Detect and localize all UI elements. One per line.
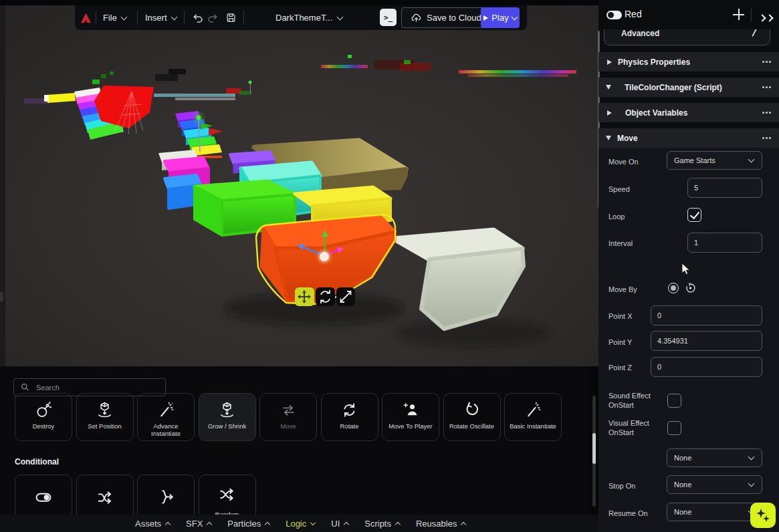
move-on-value: Game Starts <box>674 156 715 164</box>
divider <box>184 11 185 25</box>
branch-icon <box>95 481 115 513</box>
conditional-tile-branch[interactable] <box>76 475 134 515</box>
point-y-input[interactable]: 4.354931 <box>651 331 762 351</box>
rotate-tool-button <box>316 287 335 306</box>
conditional-section-header: Conditional <box>15 457 59 467</box>
loop-checkbox[interactable] <box>687 208 701 222</box>
rotate-oscillate-icon <box>463 400 481 420</box>
section-move[interactable]: Move <box>598 128 779 148</box>
palette-scrollbar-thumb[interactable] <box>592 433 596 464</box>
stop-on-dropdown[interactable]: None <box>667 475 762 494</box>
ai-assistant-button[interactable] <box>750 503 776 528</box>
section-label: Move <box>617 134 638 143</box>
dock-item-assets[interactable]: Assets <box>135 519 170 529</box>
add-component-button[interactable] <box>733 9 744 20</box>
section-label: TileColorChanger (Script) <box>625 83 722 92</box>
dock-label: Logic <box>286 519 306 529</box>
save-to-cloud-button[interactable]: Save to Cloud <box>401 7 491 28</box>
section-label: Physics Properties <box>618 57 690 67</box>
tile-label: Set Position <box>86 422 124 430</box>
toggle-icon <box>33 481 53 513</box>
move-section-content: Move On Game Starts Speed 5 Loop Interva… <box>598 148 779 532</box>
dock-item-ui[interactable]: UI <box>331 519 348 529</box>
chevron-down-icon <box>171 13 177 20</box>
panel-collapse-handle[interactable] <box>0 292 3 302</box>
conditional-tile-toggle[interactable] <box>15 475 72 515</box>
point-z-value: 0 <box>657 363 661 371</box>
visual-effect-checkbox[interactable] <box>667 421 681 435</box>
gizmo-toolbar[interactable] <box>295 287 355 306</box>
dock-label: Scripts <box>364 519 391 529</box>
more-options-icon[interactable] <box>762 61 764 63</box>
play-button[interactable]: Play <box>481 7 520 28</box>
resume-on-dropdown[interactable]: None <box>667 503 762 521</box>
tile-label: Advance Instantiate <box>138 422 194 437</box>
loop-label: Loop <box>608 212 625 221</box>
dock-item-logic[interactable]: Logic <box>286 519 315 529</box>
play-label: Play <box>491 13 508 23</box>
more-options-icon[interactable] <box>762 112 764 114</box>
chevron-up-icon <box>165 521 171 527</box>
conditional-tile-random[interactable]: Random <box>199 475 256 515</box>
divider <box>243 11 244 25</box>
advanced-label: Advanced <box>621 29 659 38</box>
insert-menu[interactable]: Insert <box>145 5 177 30</box>
move-by-rotation-radio[interactable] <box>685 282 696 296</box>
speed-value: 5 <box>694 184 698 192</box>
more-options-icon[interactable] <box>762 137 764 139</box>
speed-input[interactable]: 5 <box>687 178 762 198</box>
move-by-point-radio[interactable] <box>668 283 679 293</box>
redo-button[interactable] <box>207 5 219 30</box>
palette-tile-rotate-oscillate[interactable]: Rotate Oscillate <box>443 393 501 441</box>
chevron-down-icon <box>748 156 755 163</box>
effect-value: None <box>674 454 691 462</box>
stop-on-label: Stop On <box>608 481 635 491</box>
chevron-up-icon <box>207 521 212 527</box>
sound-effect-checkbox[interactable] <box>667 394 681 408</box>
collapse-panel-button[interactable] <box>760 11 772 23</box>
dock-item-scripts[interactable]: Scripts <box>364 519 400 529</box>
point-x-value: 0 <box>657 311 661 319</box>
dock-item-reusables[interactable]: Reusables <box>416 519 465 529</box>
scene-viewport[interactable] <box>0 0 598 366</box>
tile-label: Rotate Oscillate <box>447 422 496 430</box>
scene-selector[interactable]: DarkThemeT... <box>275 5 342 30</box>
top-toolbar: File Insert DarkThemeT... <box>75 5 527 30</box>
mouse-cursor <box>681 263 693 279</box>
effect-dropdown[interactable]: None <box>667 448 762 467</box>
search-input[interactable] <box>35 383 144 392</box>
more-options-icon[interactable] <box>762 86 764 88</box>
point-z-input[interactable]: 0 <box>651 357 762 377</box>
section-physics-properties[interactable]: Physics Properties <box>598 52 779 72</box>
conditional-tile-merge[interactable] <box>137 475 195 515</box>
palette-tile-set-position[interactable]: Set Position <box>76 393 134 441</box>
palette-tile-rotate[interactable]: Rotate <box>321 393 378 441</box>
palette-tile-destroy[interactable]: Destroy <box>15 393 72 441</box>
dock-item-particles[interactable]: Particles <box>227 519 269 529</box>
palette-tile-advance-instantiate[interactable]: Advance Instantiate <box>137 393 195 441</box>
palette-tile-grow-shrink[interactable]: Grow / Shrink <box>199 393 256 441</box>
inspector-header: Red <box>598 0 779 29</box>
point-x-input[interactable]: 0 <box>651 305 762 325</box>
file-menu[interactable]: File <box>103 5 126 30</box>
chevron-down-icon <box>748 481 755 487</box>
move-on-dropdown[interactable]: Game Starts <box>667 151 762 170</box>
section-object-variables[interactable]: Object Variables <box>598 103 779 122</box>
left-edge-strip <box>0 5 5 366</box>
save-button[interactable] <box>225 5 237 30</box>
interval-input[interactable]: 1 <box>687 233 762 253</box>
undo-button[interactable] <box>192 5 203 30</box>
visibility-toggle[interactable] <box>606 11 622 19</box>
app-logo[interactable] <box>80 5 92 30</box>
section-tilecolorchanger[interactable]: TileColorChanger (Script) <box>598 78 779 97</box>
divider <box>137 11 138 25</box>
dock-item-sfx[interactable]: SFX <box>186 519 211 529</box>
terminal-button[interactable]: >_ <box>380 9 397 26</box>
point-y-label: Point Y <box>608 338 632 347</box>
palette-tile-basic-instantiate[interactable]: Basic Instantiate <box>504 393 562 441</box>
expanded-arrow-icon <box>606 85 611 90</box>
palette-tile-move-to-player[interactable]: Move To Player <box>382 393 439 441</box>
tile-label: Move <box>278 422 298 430</box>
divider <box>751 8 752 21</box>
undo-icon <box>192 13 203 23</box>
